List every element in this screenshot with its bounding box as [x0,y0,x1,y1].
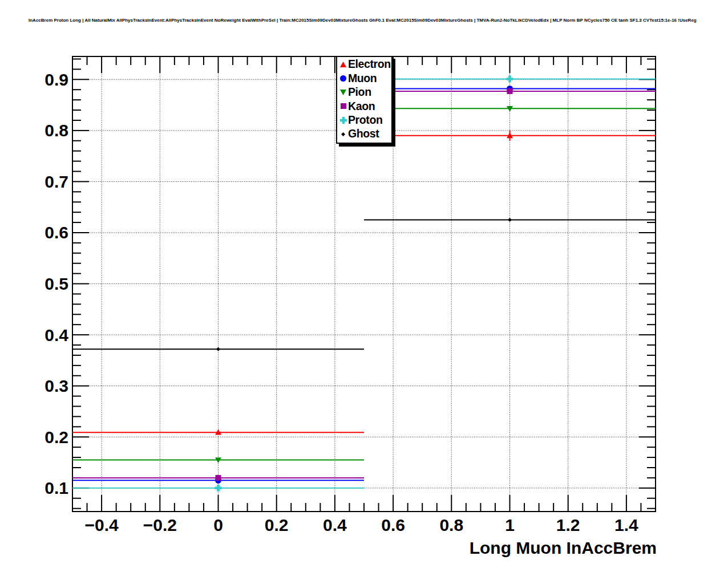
x-tick-label: 0.8 [439,516,463,534]
y-tick-label: 0.3 [45,376,68,395]
legend-item-proton: Proton [338,113,391,127]
y-tick-label: 0.6 [45,223,68,242]
legend-item-kaon: Kaon [338,99,391,113]
y-tick-label: 0.7 [45,172,68,191]
legend-box: Electron Muon Pion Kaon Proton Ghost [336,56,393,144]
pion-marker-icon [338,88,348,96]
y-tick-label: 0.9 [45,70,68,89]
legend-item-muon: Muon [338,71,391,85]
x-tick-label: 0.2 [265,516,289,534]
series-pion [72,106,656,463]
x-tick-label: 1.4 [614,516,638,534]
x-tick-label: 1 [505,516,515,534]
y-tick-label: 0.2 [45,428,68,447]
series-electron [72,131,656,435]
legend-item-pion: Pion [338,86,391,99]
ghost-marker-icon [338,132,348,137]
x-tick-label: 0.6 [381,516,405,534]
y-tick-label: 0.1 [45,478,68,497]
series-ghost [72,218,656,351]
data-point-ghost [216,347,220,351]
legend-label-pion: Pion [348,87,371,98]
legend-label-ghost: Ghost [348,128,379,140]
y-tick-label: 0.4 [45,326,68,344]
legend-item-ghost: Ghost [338,127,391,141]
x-tick-label: −0.2 [143,516,177,534]
electron-marker-icon [338,61,348,68]
legend-label-muon: Muon [348,73,377,84]
legend-label-proton: Proton [348,115,382,126]
data-point-ghost [508,218,512,222]
legend-item-electron: Electron [338,58,391,71]
kaon-marker-icon [338,103,348,109]
muon-marker-icon [338,75,348,82]
y-tick-label: 0.8 [45,121,68,140]
y-tick-label: 0.5 [45,274,68,293]
data-point-proton [215,485,222,492]
x-tick-label: 0.4 [323,516,347,534]
legend-label-kaon: Kaon [348,101,375,112]
legend-label-electron: Electron [348,59,391,70]
x-tick-label: −0.4 [84,516,119,534]
data-point-kaon [507,88,513,94]
data-point-kaon [216,475,221,481]
x-tick-label: 1.2 [556,516,580,534]
x-tick-label: 0 [213,516,223,534]
data-point-proton [507,75,513,82]
proton-marker-icon [338,116,348,124]
root-canvas: InAccBrem Proton Long | All NaturalMix A… [0,0,728,568]
x-axis-title: Long Muon InAccBrem [470,538,657,557]
